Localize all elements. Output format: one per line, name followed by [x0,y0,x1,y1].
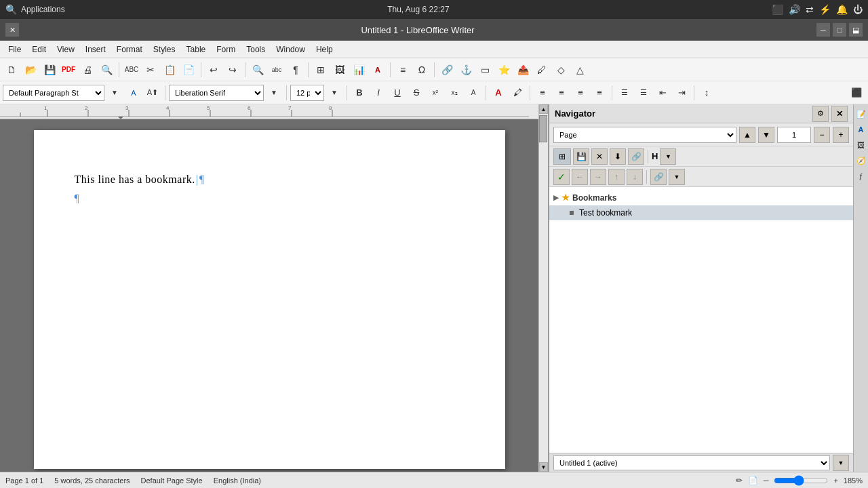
menu-window[interactable]: Window [271,43,311,56]
sidebar-toggle-button[interactable]: ⬛ [848,84,865,102]
export-pdf-button[interactable]: PDF [60,61,77,79]
find-button[interactable]: 🔍 [249,61,267,79]
font-color-button[interactable]: A [490,84,507,102]
navigator-down-button[interactable]: ↓ [627,169,643,185]
navigator-checkmark-button[interactable]: ✓ [553,169,570,185]
menu-tools[interactable]: Tools [241,43,271,56]
statusbar-zoom-in-icon[interactable]: + [833,476,837,485]
navigator-section-bookmarks[interactable]: ▶ ★ Bookmarks [549,190,853,205]
anchor-button[interactable]: ⚓ [457,61,475,79]
menu-styles[interactable]: Styles [148,43,181,56]
window-minimize-button[interactable]: ─ [816,23,830,37]
navigator-anchor-button[interactable]: ⬇ [610,148,626,165]
strikethrough-button[interactable]: S [408,84,425,102]
italic-button[interactable]: I [370,84,387,102]
navigator-ref-dropdown[interactable]: ▼ [669,169,685,185]
navigator-page-plus-button[interactable]: + [833,127,849,143]
navigator-link-button[interactable]: 🔗 [628,148,644,165]
font-size-dropdown[interactable]: 12 pt [290,85,324,101]
bold-button[interactable]: B [351,84,368,102]
navigator-left-button[interactable]: ← [572,169,588,185]
window-unshade-button[interactable]: ⬓ [849,23,863,37]
statusbar-zoom-out-icon[interactable]: ─ [764,476,769,485]
navigator-toggle-button[interactable]: ⊞ [553,148,571,165]
list-style-button[interactable]: ≡ [394,61,412,79]
navigator-doc-dropdown-arrow[interactable]: ▼ [833,455,849,471]
navigator-item-test-bookmark[interactable]: Test bookmark [549,205,853,220]
menu-file[interactable]: File [3,43,26,56]
navigator-h-dropdown[interactable]: ▼ [660,148,676,165]
menu-form[interactable]: Form [211,43,241,56]
menu-insert[interactable]: Insert [80,43,111,56]
navigator-tree[interactable]: ▶ ★ Bookmarks Test bookmark [549,187,853,453]
style-new-button[interactable]: A [125,84,142,102]
shapes-button[interactable]: ◇ [552,61,570,79]
page-container[interactable]: This line has a bookmark. | ¶ ¶ [0,119,538,472]
menu-help[interactable]: Help [311,43,338,56]
navigator-up-button[interactable]: ↑ [608,169,625,185]
underline-button[interactable]: U [389,84,406,102]
line-spacing-button[interactable]: ↕ [698,84,715,102]
scroll-thumb[interactable] [539,115,547,142]
navigator-close2-button[interactable]: ✕ [591,148,608,165]
redo-button[interactable]: ↪ [224,61,241,79]
cut-button[interactable]: ✂ [142,61,159,79]
formatting-marks-button[interactable]: ¶ [287,61,304,79]
navigator-settings-button[interactable]: ⚙ [812,106,829,122]
numbered-list-button[interactable]: ☰ [635,84,652,102]
style-update-button[interactable]: A⬆ [144,84,161,102]
navigator-page-minus-button[interactable]: − [814,127,830,143]
indent-more-button[interactable]: ⇥ [673,84,690,102]
open-button[interactable]: 📂 [22,61,39,79]
link-button[interactable]: 🔗 [438,61,456,79]
navigator-right-button[interactable]: → [590,169,606,185]
align-justify-button[interactable]: ≡ [591,84,608,102]
table-button[interactable]: ⊞ [312,61,330,79]
navigator-save-button[interactable]: 💾 [573,148,589,165]
navigator-close-button[interactable]: ✕ [831,106,848,122]
chart-button[interactable]: 📊 [350,61,368,79]
textbox-button[interactable]: A [369,61,387,79]
frame-button[interactable]: ▭ [476,61,494,79]
window-maximize-button[interactable]: □ [833,23,846,37]
highlight-button[interactable]: 🖍 [509,84,526,102]
navigator-page-input[interactable] [777,127,811,143]
font-dropdown-arrow[interactable]: ▼ [265,84,283,102]
spellcheck-button[interactable]: ABC [123,61,140,79]
navigator-reference-button[interactable]: 🔗 [650,169,667,185]
draw-button[interactable]: △ [571,61,589,79]
font-name-dropdown[interactable]: Liberation Serif [169,85,264,101]
vertical-scrollbar[interactable]: ▲ ▼ [538,104,548,472]
clear-format-button[interactable]: A [465,84,482,102]
navigator-prev-button[interactable]: ▲ [739,127,755,143]
size-dropdown-arrow[interactable]: ▼ [326,84,343,102]
style-dropdown-arrow[interactable]: ▼ [106,84,123,102]
indent-less-button[interactable]: ⇤ [654,84,671,102]
document-page[interactable]: This line has a bookmark. | ¶ ¶ [34,130,505,469]
scroll-up-button[interactable]: ▲ [539,104,548,114]
special-char-button[interactable]: Ω [413,61,431,79]
align-left-button[interactable]: ≡ [534,84,551,102]
image-button[interactable]: 🖼 [331,61,349,79]
menu-edit[interactable]: Edit [26,43,52,56]
paste-button[interactable]: 📄 [180,61,197,79]
scroll-track[interactable] [539,114,548,462]
navigator-document-dropdown[interactable]: Untitled 1 (active) [553,455,830,470]
subscript-button[interactable]: x₂ [446,84,463,102]
menu-view[interactable]: View [52,43,80,56]
menu-format[interactable]: Format [111,43,148,56]
align-center-button[interactable]: ≡ [553,84,570,102]
save-button[interactable]: 💾 [41,61,58,79]
new-button[interactable]: 🗋 [3,61,20,79]
send-button[interactable]: 📤 [514,61,532,79]
menu-table[interactable]: Table [181,43,212,56]
sidebar-properties-button[interactable]: 📝 [854,107,868,121]
superscript-button[interactable]: x² [427,84,444,102]
undo-button[interactable]: ↩ [205,61,222,79]
sidebar-styles-button[interactable]: A [854,123,868,136]
text-line-1[interactable]: This line has a bookmark. | ¶ [75,171,458,188]
window-close-button[interactable]: ✕ [5,23,19,37]
scroll-down-button[interactable]: ▼ [539,462,548,472]
gallery-button[interactable]: ⭐ [495,61,513,79]
navigator-next-button[interactable]: ▼ [758,127,774,143]
